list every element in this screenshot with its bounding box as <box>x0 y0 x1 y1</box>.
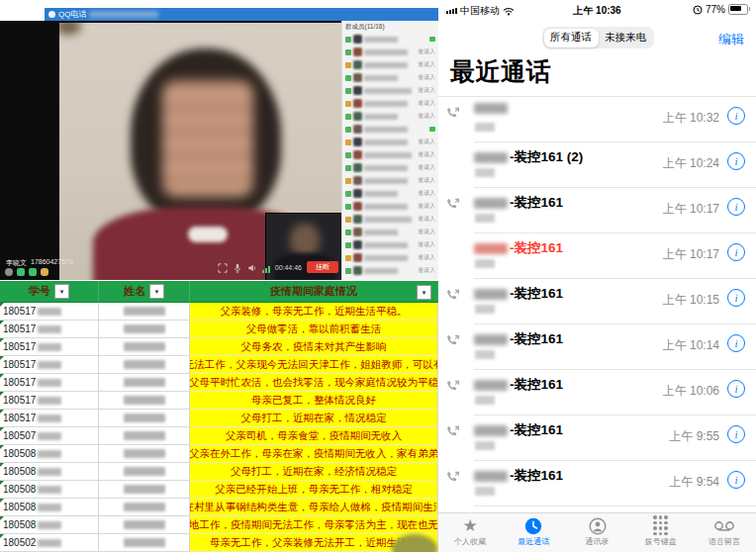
edit-button[interactable]: 编辑 <box>718 31 744 48</box>
student-name-cell[interactable] <box>99 374 190 392</box>
invite-label[interactable]: 邀请入 <box>418 202 435 211</box>
call-log-row[interactable]: -装控161 上午 9:54 i <box>438 461 756 506</box>
participant-row[interactable]: 邀请入 <box>342 251 438 264</box>
call-log-row[interactable]: -装控161 上午 10:17 i <box>438 233 756 279</box>
family-situation-cell[interactable]: 父母务农，疫情未对其产生影响 <box>190 338 438 356</box>
student-name-cell[interactable] <box>99 392 190 410</box>
participant-row[interactable]: 邀请入 <box>342 238 438 251</box>
info-button[interactable]: i <box>727 425 745 443</box>
invite-label[interactable]: 邀请入 <box>418 253 435 262</box>
info-button[interactable]: i <box>727 243 745 261</box>
student-id-cell[interactable]: 180508 <box>0 516 99 534</box>
hangup-button[interactable]: 挂断 <box>307 261 338 273</box>
call-log-row[interactable]: -装控161 上午 10:14 i <box>438 324 756 370</box>
invite-label[interactable]: 邀请入 <box>418 228 435 236</box>
student-id-cell[interactable]: 180517 <box>0 410 99 427</box>
info-button[interactable]: i <box>727 152 745 170</box>
invite-label[interactable]: 邀请入 <box>418 138 435 146</box>
settings-icon[interactable] <box>5 268 13 276</box>
student-name-cell[interactable] <box>99 499 190 516</box>
call-log-row[interactable]: -装控161 (2) 上午 10:24 i <box>438 142 756 188</box>
student-id-cell[interactable]: 180517 <box>0 392 99 410</box>
participant-row[interactable]: 邀请入 <box>342 110 438 123</box>
camera-icon[interactable] <box>17 268 25 276</box>
invite-label[interactable]: 邀请入 <box>418 73 435 82</box>
speaker-icon[interactable] <box>247 263 257 273</box>
participant-row[interactable]: 邀请入 <box>342 187 438 200</box>
tab-favorites[interactable]: ★ 个人收藏 <box>438 513 502 552</box>
call-log-row[interactable]: -装控161 上午 10:17 i <box>438 188 756 233</box>
student-id-cell[interactable]: 180517 <box>0 374 99 392</box>
fullscreen-icon[interactable] <box>218 263 228 273</box>
info-button[interactable]: i <box>727 380 745 398</box>
participant-row[interactable]: 邀请入 <box>342 200 438 213</box>
participant-row[interactable]: 邀请入 <box>342 123 438 136</box>
student-name-cell[interactable] <box>99 338 190 356</box>
invite-label[interactable]: 邀请入 <box>418 99 435 108</box>
info-button[interactable]: i <box>727 107 745 125</box>
participant-row[interactable]: 邀请入 <box>342 226 438 238</box>
family-situation-cell[interactable]: 父母做零活，靠以前积蓄生活 <box>190 321 438 338</box>
invite-label[interactable]: 邀请入 <box>418 189 435 198</box>
invite-label[interactable]: 邀请入 <box>418 163 435 172</box>
call-log-row[interactable]: -装控161 上午 10:15 i <box>438 279 756 324</box>
family-situation-cell[interactable]: 母亲已复工，整体情况良好 <box>190 392 438 410</box>
gift-icon[interactable] <box>41 268 48 276</box>
student-name-cell[interactable] <box>99 463 190 481</box>
invite-label[interactable]: 邀请入 <box>418 86 435 95</box>
student-id-cell[interactable]: 180517 <box>0 338 99 356</box>
tab-recents[interactable]: 最近通话 <box>502 513 565 552</box>
info-button[interactable]: i <box>727 334 745 352</box>
invite-label[interactable]: 邀请入 <box>418 112 435 121</box>
invite-label[interactable]: 邀请入 <box>418 150 435 159</box>
student-name-cell[interactable] <box>99 445 190 463</box>
microphone-icon[interactable] <box>233 263 242 273</box>
student-id-cell[interactable]: 180502 <box>0 534 99 552</box>
participant-row[interactable]: 邀请入 <box>342 136 438 148</box>
family-situation-cell[interactable]: 父亲司机，母亲食堂，疫情期间无收入 <box>190 427 438 445</box>
student-name-cell[interactable] <box>99 356 190 374</box>
student-id-cell[interactable]: 180508 <box>0 463 99 481</box>
segment-missed-calls[interactable]: 未接来电 <box>599 29 653 47</box>
student-id-cell[interactable]: 180507 <box>0 427 99 445</box>
participant-row[interactable]: 邀请入 <box>342 264 438 277</box>
filter-dropdown-icon[interactable]: ▼ <box>149 284 164 299</box>
student-name-cell[interactable] <box>99 516 190 534</box>
student-name-cell[interactable] <box>99 427 190 445</box>
student-name-cell[interactable] <box>99 410 190 427</box>
family-situation-cell[interactable]: 父亲外地工作，疫情期间无法工作，母亲零活为主，现在也无收入。 <box>190 516 438 534</box>
student-name-cell[interactable] <box>99 321 190 338</box>
call-log-row[interactable]: -装控161 上午 9:55 i <box>438 415 756 461</box>
info-button[interactable]: i <box>727 198 745 216</box>
student-id-cell[interactable]: 180508 <box>0 445 99 463</box>
invite-label[interactable]: 邀请入 <box>418 176 435 185</box>
participant-row[interactable]: 邀请入 <box>342 97 438 110</box>
invite-label[interactable]: 邀请入 <box>418 266 435 275</box>
filter-dropdown-icon[interactable]: ▼ <box>54 284 69 299</box>
invite-label[interactable]: 邀请入 <box>418 60 435 69</box>
invite-label[interactable]: 邀请入 <box>418 215 435 224</box>
student-id-cell[interactable]: 180517 <box>0 356 99 374</box>
family-situation-cell[interactable]: 父亲已经开始上班，母亲无工作，相对稳定 <box>190 481 438 499</box>
tab-contacts[interactable]: 通讯录 <box>565 513 628 552</box>
invite-label[interactable]: 邀请入 <box>418 240 435 249</box>
participant-row[interactable]: 邀请入 <box>342 71 438 84</box>
student-id-cell[interactable]: 180508 <box>0 481 99 499</box>
family-situation-cell[interactable]: 父亲装修，母亲无工作，近期生活平稳。 <box>190 303 438 321</box>
participant-row[interactable]: 邀请入 <box>342 33 438 46</box>
participant-row[interactable]: 邀请入 <box>342 161 438 174</box>
filter-dropdown-icon[interactable]: ▼ <box>417 285 431 300</box>
invite-label[interactable]: 邀请入 <box>418 47 435 56</box>
student-name-cell[interactable] <box>99 303 190 321</box>
segment-all-calls[interactable]: 所有通话 <box>544 29 599 47</box>
family-situation-cell[interactable]: 母亲无法工作，父亲现今无法回天津工作，姐姐教师，可以有收入 <box>190 356 438 374</box>
student-id-cell[interactable]: 180508 <box>0 499 99 516</box>
participant-row[interactable]: 邀请入 <box>342 213 438 226</box>
participant-row[interactable]: 邀请入 <box>342 46 438 58</box>
info-button[interactable]: i <box>727 289 745 307</box>
participant-row[interactable]: 邀请入 <box>342 148 438 161</box>
info-button[interactable]: i <box>727 471 745 489</box>
participant-row[interactable]: 邀请入 <box>342 174 438 187</box>
tab-voicemail[interactable]: 语音留言 <box>693 513 756 552</box>
participant-row[interactable]: 邀请入 <box>342 84 438 97</box>
